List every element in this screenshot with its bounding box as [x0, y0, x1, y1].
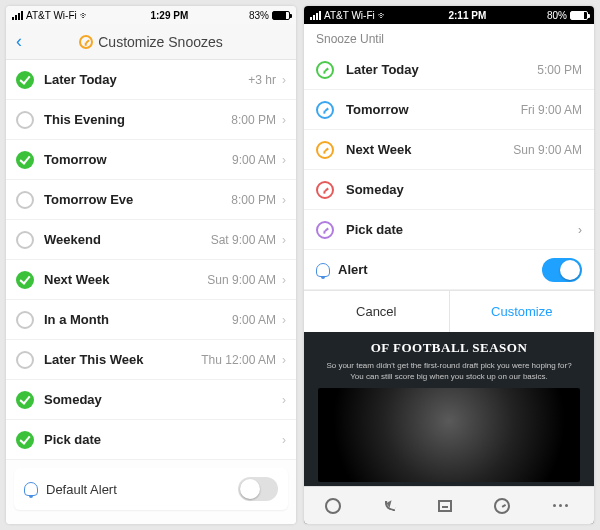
option-value: Fri 9:00 AM	[521, 103, 582, 117]
back-button[interactable]: ‹	[16, 31, 22, 52]
chevron-right-icon: ›	[282, 193, 286, 207]
snooze-option-row[interactable]: Next WeekSun 9:00 AM›	[6, 260, 296, 300]
chevron-right-icon: ›	[282, 393, 286, 407]
option-value: 8:00 PM	[231, 113, 276, 127]
bell-icon	[316, 263, 330, 277]
unchecked-icon	[16, 311, 34, 329]
promo-heading: OF FOOTBALL SEASON	[320, 340, 578, 356]
clock-icon	[316, 221, 334, 239]
option-label: Tomorrow	[44, 152, 232, 167]
snooze-sheet-screen: AT&T Wi-Fi ᯤ 2:11 PM 80% Snooze Until La…	[304, 6, 594, 524]
nav-header: ‹ Customize Snoozes	[6, 24, 296, 60]
snooze-until-row[interactable]: Next WeekSun 9:00 AM	[304, 130, 594, 170]
option-label: In a Month	[44, 312, 232, 327]
promo-block: OF FOOTBALL SEASON So your team didn't g…	[304, 332, 594, 388]
unchecked-icon	[16, 111, 34, 129]
more-icon[interactable]	[553, 496, 573, 516]
clock-label: 1:29 PM	[90, 10, 249, 21]
checkmark-icon	[16, 271, 34, 289]
snooze-option-row[interactable]: WeekendSat 9:00 AM›	[6, 220, 296, 260]
option-label: Later Today	[346, 62, 537, 77]
checkmark-icon	[16, 71, 34, 89]
option-label: Pick date	[346, 222, 578, 237]
signal-icon	[310, 11, 321, 20]
option-value: Thu 12:00 AM	[201, 353, 276, 367]
unchecked-icon	[16, 351, 34, 369]
option-label: Next Week	[44, 272, 207, 287]
wifi-icon: ᯤ	[378, 10, 388, 21]
option-label: Later Today	[44, 72, 248, 87]
cancel-button[interactable]: Cancel	[304, 291, 450, 332]
option-value: Sat 9:00 AM	[211, 233, 276, 247]
promo-body: So your team didn't get the first-round …	[320, 360, 578, 382]
snooze-options-list[interactable]: Later Today+3 hr›This Evening8:00 PM›Tom…	[6, 60, 296, 524]
clock-icon	[79, 35, 93, 49]
checkmark-icon	[16, 151, 34, 169]
snooze-option-row[interactable]: Later This WeekThu 12:00 AM›	[6, 340, 296, 380]
option-value: 9:00 AM	[232, 313, 276, 327]
alert-toggle[interactable]	[542, 258, 582, 282]
option-value: 8:00 PM	[231, 193, 276, 207]
chevron-right-icon: ›	[282, 433, 286, 447]
snooze-icon[interactable]	[494, 498, 510, 514]
snooze-option-row[interactable]: This Evening8:00 PM›	[6, 100, 296, 140]
option-label: Tomorrow	[346, 102, 521, 117]
chevron-right-icon: ›	[282, 73, 286, 87]
archive-icon[interactable]	[438, 500, 452, 512]
battery-icon	[570, 11, 588, 20]
customize-button[interactable]: Customize	[450, 291, 595, 332]
snooze-option-row[interactable]: Pick date›	[6, 420, 296, 460]
option-label: Pick date	[44, 432, 276, 447]
unchecked-icon	[16, 231, 34, 249]
reply-icon[interactable]	[383, 500, 397, 511]
snooze-option-row[interactable]: Later Today+3 hr›	[6, 60, 296, 100]
alert-toggle[interactable]	[238, 477, 278, 501]
option-value: ›	[578, 223, 582, 237]
snooze-option-row[interactable]: In a Month9:00 AM›	[6, 300, 296, 340]
chevron-right-icon: ›	[282, 233, 286, 247]
chevron-right-icon: ›	[282, 153, 286, 167]
option-label: Next Week	[346, 142, 513, 157]
snooze-until-list: Later Today5:00 PMTomorrowFri 9:00 AMNex…	[304, 50, 594, 250]
bell-icon	[24, 482, 38, 496]
signal-icon	[12, 11, 23, 20]
default-alert-row[interactable]: Default Alert	[14, 468, 288, 510]
checkmark-icon	[16, 391, 34, 409]
page-title: Customize Snoozes	[79, 34, 223, 50]
alert-label: Alert	[338, 262, 542, 277]
snooze-until-row[interactable]: Later Today5:00 PM	[304, 50, 594, 90]
clock-icon	[316, 101, 334, 119]
option-label: This Evening	[44, 112, 231, 127]
clock-label: 2:11 PM	[388, 10, 547, 21]
chevron-right-icon: ›	[282, 113, 286, 127]
clock-icon	[316, 181, 334, 199]
chevron-right-icon: ›	[282, 313, 286, 327]
option-value: 9:00 AM	[232, 153, 276, 167]
option-value: 5:00 PM	[537, 63, 582, 77]
option-label: Weekend	[44, 232, 211, 247]
option-value: Sun 9:00 AM	[513, 143, 582, 157]
status-bar: AT&T Wi-Fi ᯤ 2:11 PM 80%	[304, 6, 594, 24]
snooze-until-row[interactable]: Pick date›	[304, 210, 594, 250]
promo-image	[318, 388, 580, 482]
battery-icon	[272, 11, 290, 20]
option-value: +3 hr	[248, 73, 276, 87]
sheet-title: Snooze Until	[304, 24, 594, 50]
option-label: Someday	[346, 182, 582, 197]
email-toolbar	[304, 486, 594, 524]
email-content-behind: OF FOOTBALL SEASON So your team didn't g…	[304, 332, 594, 524]
snooze-option-row[interactable]: Tomorrow Eve8:00 PM›	[6, 180, 296, 220]
snooze-option-row[interactable]: Tomorrow9:00 AM›	[6, 140, 296, 180]
customize-snoozes-screen: AT&T Wi-Fi ᯤ 1:29 PM 83% ‹ Customize Sno…	[6, 6, 296, 524]
mark-read-icon[interactable]	[325, 498, 341, 514]
snooze-until-row[interactable]: TomorrowFri 9:00 AM	[304, 90, 594, 130]
battery-pct: 83%	[249, 10, 269, 21]
snooze-until-row[interactable]: Someday	[304, 170, 594, 210]
option-label: Tomorrow Eve	[44, 192, 231, 207]
wifi-icon: ᯤ	[80, 10, 90, 21]
chevron-right-icon: ›	[282, 273, 286, 287]
alert-row[interactable]: Alert	[304, 250, 594, 290]
status-bar: AT&T Wi-Fi ᯤ 1:29 PM 83%	[6, 6, 296, 24]
snooze-option-row[interactable]: Someday›	[6, 380, 296, 420]
battery-pct: 80%	[547, 10, 567, 21]
